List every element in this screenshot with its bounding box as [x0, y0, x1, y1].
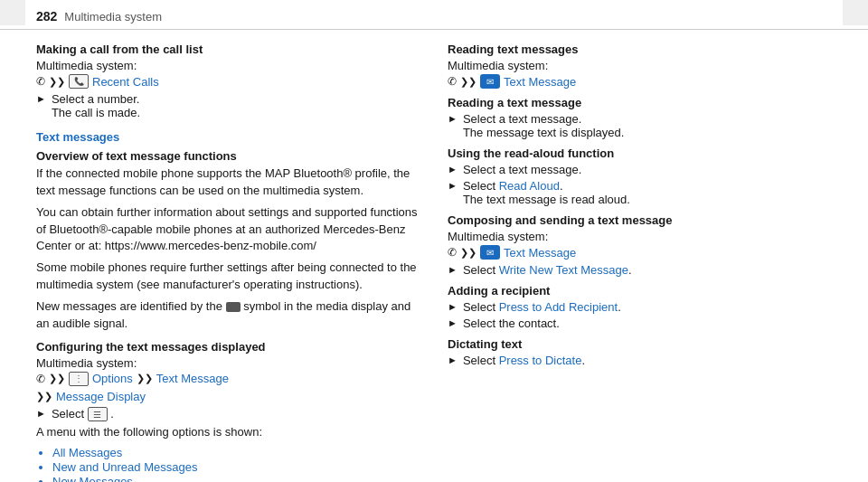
text-message-label-configure: Text Message — [156, 372, 229, 385]
page-wrapper: 282 Multimedia system Making a call from… — [0, 0, 868, 482]
step-dictate: ► Select Press to Dictate. — [448, 354, 832, 367]
reading-title: Reading text messages — [448, 43, 832, 56]
read-step1: Select a text message. — [463, 112, 582, 126]
nav-line-reading: ✆ ❯❯ ✉ Text Message — [448, 74, 832, 89]
period1: . — [110, 407, 114, 421]
read-step1-sub: The message text is displayed. — [463, 126, 624, 139]
press-to-dictate-link: Press to Dictate — [499, 354, 582, 367]
arrow-bullet4: ► — [448, 113, 458, 124]
overview-body3: Some mobile phones require further setti… — [36, 260, 420, 294]
dictate-suffix: . — [581, 354, 585, 367]
add-recipient-title: Adding a recipient — [448, 284, 832, 298]
add-recipient-suffix: . — [618, 300, 621, 314]
recent-calls-label: Recent Calls — [92, 75, 159, 89]
phone-nav-icon4: ✆ — [448, 246, 457, 259]
step-select-number-text: Select a number. — [52, 92, 140, 106]
making-call-title: Making a call from the call list — [36, 43, 420, 56]
body4-prefix: New messages are identified by the — [36, 299, 222, 313]
phone-nav-icon2: ✆ — [36, 373, 45, 385]
arrow5: ❯❯ — [460, 76, 476, 88]
list-item: New and Unread Messages — [52, 460, 420, 474]
step-add-recipient2: ► Select the contact. — [448, 317, 832, 330]
step-call-made-text: The call is made. — [52, 106, 140, 119]
options-icon: ⋮ — [69, 372, 89, 386]
step-read-aloud1: ► Select a text message. — [448, 163, 832, 176]
section-compose: Composing and sending a text message Mul… — [448, 213, 832, 277]
step-select-number: ► Select a number. The call is made. — [36, 92, 420, 119]
making-call-subtitle: Multimedia system: — [36, 59, 420, 72]
section-read-msg: Reading a text message ► Select a text m… — [448, 96, 832, 139]
read-aloud-title: Using the read-aloud function — [448, 146, 832, 160]
read-aloud-link: Read Aloud — [499, 179, 560, 193]
configure-subtitle: Multimedia system: — [36, 356, 420, 370]
read-aloud-step2-suffix: . — [560, 179, 563, 193]
text-message-label-compose: Text Message — [504, 246, 576, 260]
step-read-aloud2: ► Select Read Aloud. The text message is… — [448, 179, 832, 206]
text-message-label-reading: Text Message — [504, 75, 576, 89]
arrow-bullet8: ► — [448, 301, 458, 312]
arrow-bullet2: ► — [36, 408, 46, 419]
step-compose: ► Select Write New Text Message. — [448, 263, 832, 277]
menu-intro-text: A menu with the following options is sho… — [36, 424, 420, 441]
nav-line-configure2: ❯❯ Message Display — [36, 390, 420, 403]
overview-body1: If the connected mobile phone supports t… — [36, 165, 420, 200]
select-icon: ☰ — [88, 407, 108, 421]
read-msg-title: Reading a text message — [448, 96, 832, 109]
nav-line-call: ✆ ❯❯ 📞 Recent Calls — [36, 74, 420, 89]
corner-tl — [0, 0, 25, 25]
reading-subtitle: Multimedia system: — [448, 59, 832, 72]
compose-subtitle: Multimedia system: — [448, 230, 832, 243]
step-select-configure: ► Select ☰ . — [36, 407, 420, 422]
phone-nav-icon3: ✆ — [448, 75, 457, 88]
arrow2: ❯❯ — [49, 373, 65, 384]
read-aloud-step2-prefix: Select — [463, 179, 499, 193]
section-overview: Overview of text message functions If th… — [36, 149, 420, 333]
list-item: All Messages — [52, 446, 420, 459]
text-message-icon2: ✉ — [480, 245, 500, 260]
nav-line-compose: ✆ ❯❯ ✉ Text Message — [448, 245, 832, 260]
step1-text: Select — [52, 407, 84, 421]
arrow-bullet6: ► — [448, 180, 458, 191]
message-symbol-icon — [226, 302, 241, 312]
left-column: Making a call from the call list Multime… — [36, 43, 420, 482]
section-making-call: Making a call from the call list Multime… — [36, 43, 420, 119]
phone-nav-icon: ✆ — [36, 75, 45, 88]
text-messages-label: Text messages — [36, 130, 119, 144]
nav-line-configure: ✆ ❯❯ ⋮ Options ❯❯ Text Message — [36, 372, 420, 386]
arrow-bullet9: ► — [448, 317, 458, 328]
options-label: Options — [92, 372, 133, 385]
compose-title: Composing and sending a text message — [448, 213, 832, 227]
dictate-prefix: Select — [463, 354, 499, 367]
select-contact-text: Select the contact. — [463, 317, 560, 330]
step-add-recipient1: ► Select Press to Add Recipient. — [448, 300, 832, 314]
compose-step-prefix: Select — [463, 263, 499, 277]
text-messages-heading: Text messages — [36, 130, 420, 144]
page-number: 282 — [36, 9, 57, 24]
overview-body2: You can obtain further information about… — [36, 204, 420, 256]
arrow-bullet7: ► — [448, 264, 458, 275]
list-item: New Messages — [52, 475, 420, 482]
compose-step-suffix: . — [628, 263, 632, 277]
read-aloud-step1: Select a text message. — [463, 163, 582, 176]
arrow6: ❯❯ — [460, 247, 476, 259]
arrow-bullet5: ► — [448, 164, 458, 175]
recent-calls-icon: 📞 — [69, 74, 89, 89]
press-to-add-link: Press to Add Recipient — [499, 300, 618, 314]
page-header: 282 Multimedia system — [0, 0, 868, 30]
text-message-icon: ✉ — [480, 74, 500, 89]
read-aloud-sub: The text message is read aloud. — [463, 193, 630, 206]
section-add-recipient: Adding a recipient ► Select Press to Add… — [448, 284, 832, 330]
section-reading: Reading text messages Multimedia system:… — [448, 43, 832, 89]
arrow4: ❯❯ — [36, 391, 52, 402]
arrow-bullet: ► — [36, 93, 46, 104]
right-column: Reading text messages Multimedia system:… — [448, 43, 832, 482]
write-new-link: Write New Text Message — [499, 263, 628, 277]
corner-tr — [843, 0, 868, 25]
arrow-bullet10: ► — [448, 354, 458, 365]
message-display-label: Message Display — [56, 390, 146, 403]
section-dictate: Dictating text ► Select Press to Dictate… — [448, 337, 832, 367]
overview-body4: New messages are identified by the symbo… — [36, 298, 420, 333]
arrow3: ❯❯ — [137, 373, 153, 384]
overview-title: Overview of text message functions — [36, 149, 420, 163]
section-read-aloud: Using the read-aloud function ► Select a… — [448, 146, 832, 206]
